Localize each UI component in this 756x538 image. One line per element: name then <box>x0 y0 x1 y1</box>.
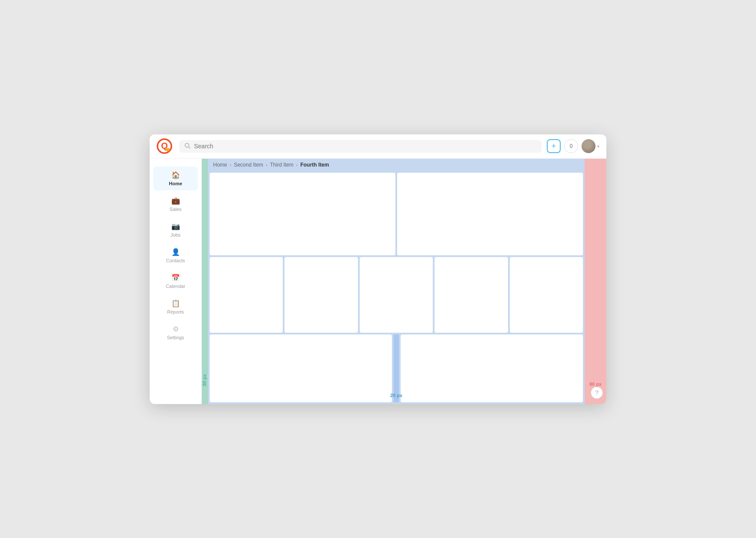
body: 🏠 Home 💼 Sales 📷 Jobs 👤 Contacts 📅 Calen… <box>150 159 606 404</box>
search-bar[interactable] <box>179 140 542 153</box>
header-actions: + 0 ▾ <box>547 139 599 153</box>
help-button[interactable]: ? <box>591 387 603 399</box>
sidebar-label-jobs: Jobs <box>171 232 181 237</box>
main-content: 30 px 80 px Home › Second Item › Third I… <box>202 159 606 404</box>
sidebar-item-calendar[interactable]: 📅 Calendar <box>153 269 198 293</box>
center-gutter-label: 20 px <box>390 393 402 398</box>
right-gutter: 80 px <box>585 159 606 404</box>
reports-icon: 📋 <box>171 299 180 307</box>
sales-icon: 💼 <box>171 197 180 205</box>
search-icon <box>184 143 191 150</box>
chevron-down-icon: ▾ <box>597 144 599 149</box>
sidebar-item-contacts[interactable]: 👤 Contacts <box>153 244 198 267</box>
sidebar-label-sales: Sales <box>170 207 182 212</box>
sidebar: 🏠 Home 💼 Sales 📷 Jobs 👤 Contacts 📅 Calen… <box>150 159 202 404</box>
contacts-icon: 👤 <box>171 248 180 256</box>
app-window: Q + 0 ▾ <box>150 134 606 404</box>
sidebar-item-reports[interactable]: 📋 Reports <box>153 295 198 319</box>
breadcrumb-fourth[interactable]: Fourth Item <box>300 162 329 168</box>
breadcrumb-sep-2: › <box>266 162 268 167</box>
grid-row-1 <box>210 173 583 256</box>
right-gutter-label: 80 px <box>585 381 606 387</box>
card-2-3 <box>360 257 433 332</box>
breadcrumb-second[interactable]: Second Item <box>234 162 263 168</box>
avatar <box>582 139 595 153</box>
card-3-right <box>401 334 583 402</box>
breadcrumb-sep-3: › <box>296 162 298 167</box>
sidebar-label-contacts: Contacts <box>166 258 185 263</box>
card-2-2 <box>284 257 358 332</box>
sidebar-item-sales[interactable]: 💼 Sales <box>153 192 198 216</box>
card-3-left <box>210 334 392 402</box>
breadcrumb-home[interactable]: Home <box>213 162 227 168</box>
svg-point-2 <box>166 148 170 151</box>
left-gutter-label: 30 px <box>202 374 208 386</box>
grid-area: 20 px <box>208 171 585 404</box>
left-gutter: 30 px <box>202 159 208 404</box>
sidebar-item-jobs[interactable]: 📷 Jobs <box>153 218 198 242</box>
settings-icon: ⚙ <box>173 325 179 333</box>
sidebar-label-reports: Reports <box>167 309 184 314</box>
sidebar-item-settings[interactable]: ⚙ Settings <box>153 321 198 344</box>
center-gutter: 20 px <box>394 334 399 402</box>
jobs-icon: 📷 <box>171 222 180 231</box>
home-icon: 🏠 <box>171 171 180 179</box>
search-input[interactable] <box>194 143 536 150</box>
card-1-2 <box>397 173 583 256</box>
grid-row-3: 20 px <box>210 334 583 402</box>
sidebar-label-settings: Settings <box>167 335 184 340</box>
breadcrumb: Home › Second Item › Third Item › Fourth… <box>208 159 585 171</box>
sidebar-item-home[interactable]: 🏠 Home <box>153 167 198 190</box>
breadcrumb-third[interactable]: Third Item <box>270 162 294 168</box>
grid-row-2 <box>210 257 583 332</box>
user-menu[interactable]: ▾ <box>582 139 599 153</box>
card-1-1 <box>210 173 395 256</box>
sidebar-label-home: Home <box>169 181 182 186</box>
add-button[interactable]: + <box>547 139 561 153</box>
content-inner: Home › Second Item › Third Item › Fourth… <box>208 159 585 404</box>
card-2-1 <box>210 257 283 332</box>
app-logo: Q <box>157 138 172 154</box>
sidebar-label-calendar: Calendar <box>166 284 185 289</box>
card-2-5 <box>510 257 583 332</box>
notifications-button[interactable]: 0 <box>564 139 578 153</box>
card-2-4 <box>435 257 508 332</box>
header: Q + 0 ▾ <box>150 134 606 159</box>
svg-line-4 <box>189 147 191 148</box>
calendar-icon: 📅 <box>171 274 180 282</box>
breadcrumb-sep-1: › <box>230 162 231 167</box>
